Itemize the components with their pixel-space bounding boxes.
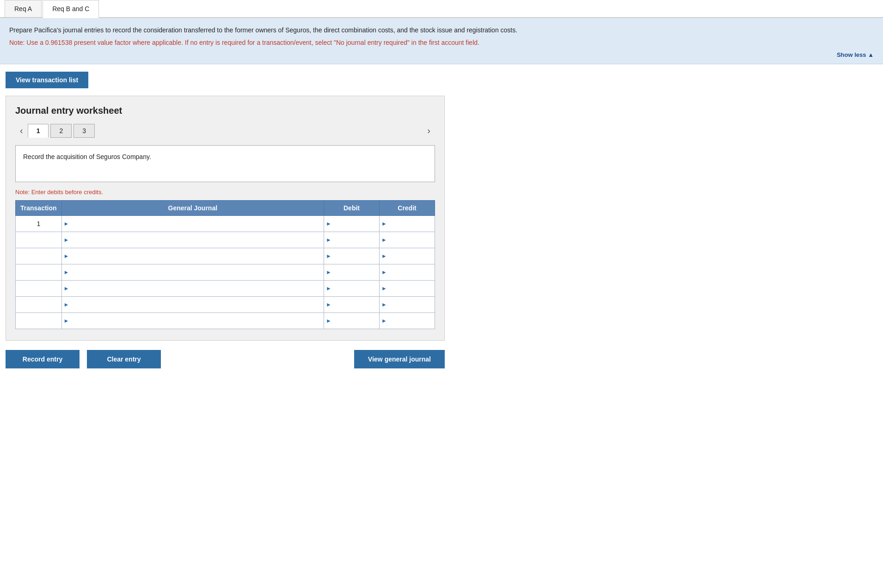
- credit-arrow-2: ►: [380, 237, 387, 243]
- debit-input-6[interactable]: [331, 297, 379, 312]
- credit-cell-2[interactable]: ►: [380, 232, 435, 248]
- debit-input-4[interactable]: [331, 264, 379, 280]
- prev-tab-button[interactable]: ‹: [15, 123, 28, 138]
- debit-cell-3[interactable]: ►: [324, 248, 380, 264]
- gj-input-5[interactable]: [69, 281, 324, 296]
- entry-description: Record the acquisition of Seguros Compan…: [15, 145, 435, 182]
- debit-cell-5[interactable]: ►: [324, 281, 380, 297]
- bottom-buttons: Record entry Clear entry View general jo…: [6, 350, 445, 368]
- gj-cell-2[interactable]: ►: [61, 232, 324, 248]
- table-row: ► ► ►: [16, 264, 435, 281]
- col-header-debit: Debit: [324, 201, 380, 216]
- next-tab-button[interactable]: ›: [423, 123, 435, 138]
- table-row: ► ► ►: [16, 313, 435, 329]
- ws-tab-3[interactable]: 3: [74, 124, 95, 138]
- view-transaction-list-button[interactable]: View transaction list: [6, 72, 88, 88]
- gj-input-3[interactable]: [69, 248, 324, 264]
- gj-cell-3[interactable]: ►: [61, 248, 324, 264]
- credit-cell-4[interactable]: ►: [380, 264, 435, 281]
- credit-arrow-5: ►: [380, 285, 387, 292]
- journal-table: Transaction General Journal Debit Credit…: [15, 200, 435, 329]
- transaction-num-2: [16, 232, 62, 248]
- credit-input-2[interactable]: [387, 232, 435, 248]
- credit-input-5[interactable]: [387, 281, 435, 296]
- debit-input-5[interactable]: [331, 281, 379, 296]
- credit-arrow-1: ►: [380, 220, 387, 227]
- gj-cell-7[interactable]: ►: [61, 313, 324, 329]
- gj-cell-4[interactable]: ►: [61, 264, 324, 281]
- gj-input-6[interactable]: [69, 297, 324, 312]
- info-description: Prepare Pacifica's journal entries to re…: [9, 25, 874, 35]
- debit-arrow-5: ►: [324, 285, 331, 292]
- debit-arrow-1: ►: [324, 220, 331, 227]
- credit-cell-7[interactable]: ►: [380, 313, 435, 329]
- tab-req-b-c[interactable]: Req B and C: [43, 0, 99, 18]
- credit-arrow-4: ►: [380, 269, 387, 276]
- credit-arrow-3: ►: [380, 253, 387, 259]
- clear-entry-button[interactable]: Clear entry: [87, 350, 161, 368]
- debit-input-2[interactable]: [331, 232, 379, 248]
- credit-cell-6[interactable]: ►: [380, 297, 435, 313]
- worksheet-tabs: ‹ 1 2 3 ›: [15, 123, 435, 138]
- debit-arrow-3: ►: [324, 253, 331, 259]
- gj-input-7[interactable]: [69, 313, 324, 329]
- table-row: 1 ► ► ►: [16, 216, 435, 232]
- col-header-transaction: Transaction: [16, 201, 62, 216]
- credit-input-6[interactable]: [387, 297, 435, 312]
- show-less-button[interactable]: Show less ▲: [9, 51, 874, 58]
- credit-input-3[interactable]: [387, 248, 435, 264]
- gj-arrow-2: ►: [62, 237, 69, 243]
- gj-cell-5[interactable]: ►: [61, 281, 324, 297]
- debit-cell-7[interactable]: ►: [324, 313, 380, 329]
- worksheet-title: Journal entry worksheet: [15, 105, 435, 116]
- debit-input-7[interactable]: [331, 313, 379, 329]
- tab-req-a[interactable]: Req A: [5, 0, 42, 17]
- debit-input-3[interactable]: [331, 248, 379, 264]
- credit-arrow-6: ►: [380, 301, 387, 308]
- credit-cell-5[interactable]: ►: [380, 281, 435, 297]
- debit-arrow-7: ►: [324, 318, 331, 324]
- gj-arrow-3: ►: [62, 253, 69, 259]
- debit-cell-1[interactable]: ►: [324, 216, 380, 232]
- gj-cell-6[interactable]: ►: [61, 297, 324, 313]
- info-box: Prepare Pacifica's journal entries to re…: [0, 18, 883, 64]
- ws-tab-2[interactable]: 2: [50, 124, 72, 138]
- record-entry-button[interactable]: Record entry: [6, 350, 80, 368]
- credit-arrow-7: ►: [380, 318, 387, 324]
- debit-cell-2[interactable]: ►: [324, 232, 380, 248]
- debit-input-1[interactable]: [331, 216, 379, 232]
- credit-cell-1[interactable]: ►: [380, 216, 435, 232]
- debit-arrow-6: ►: [324, 301, 331, 308]
- table-row: ► ► ►: [16, 281, 435, 297]
- info-note: Note: Use a 0.961538 present value facto…: [9, 38, 874, 48]
- main-tabs: Req A Req B and C: [0, 0, 883, 18]
- view-general-journal-button[interactable]: View general journal: [354, 350, 445, 368]
- transaction-num-4: [16, 264, 62, 281]
- table-row: ► ► ►: [16, 232, 435, 248]
- transaction-num-5: [16, 281, 62, 297]
- debit-arrow-4: ►: [324, 269, 331, 276]
- gj-arrow-6: ►: [62, 301, 69, 308]
- gj-input-4[interactable]: [69, 264, 324, 280]
- gj-arrow-7: ►: [62, 318, 69, 324]
- col-header-general-journal: General Journal: [61, 201, 324, 216]
- transaction-num-1: 1: [16, 216, 62, 232]
- gj-arrow-1: ►: [62, 220, 69, 227]
- transaction-num-7: [16, 313, 62, 329]
- gj-arrow-5: ►: [62, 285, 69, 292]
- debit-cell-4[interactable]: ►: [324, 264, 380, 281]
- gj-arrow-4: ►: [62, 269, 69, 276]
- credit-input-1[interactable]: [387, 216, 435, 232]
- credit-cell-3[interactable]: ►: [380, 248, 435, 264]
- gj-input-1[interactable]: [69, 216, 324, 232]
- debit-cell-6[interactable]: ►: [324, 297, 380, 313]
- credit-input-4[interactable]: [387, 264, 435, 280]
- table-row: ► ► ►: [16, 248, 435, 264]
- credit-input-7[interactable]: [387, 313, 435, 329]
- ws-tab-1[interactable]: 1: [28, 124, 49, 138]
- journal-entry-worksheet: Journal entry worksheet ‹ 1 2 3 › Record…: [6, 96, 445, 341]
- transaction-num-3: [16, 248, 62, 264]
- col-header-credit: Credit: [380, 201, 435, 216]
- gj-input-2[interactable]: [69, 232, 324, 248]
- gj-cell-1[interactable]: ►: [61, 216, 324, 232]
